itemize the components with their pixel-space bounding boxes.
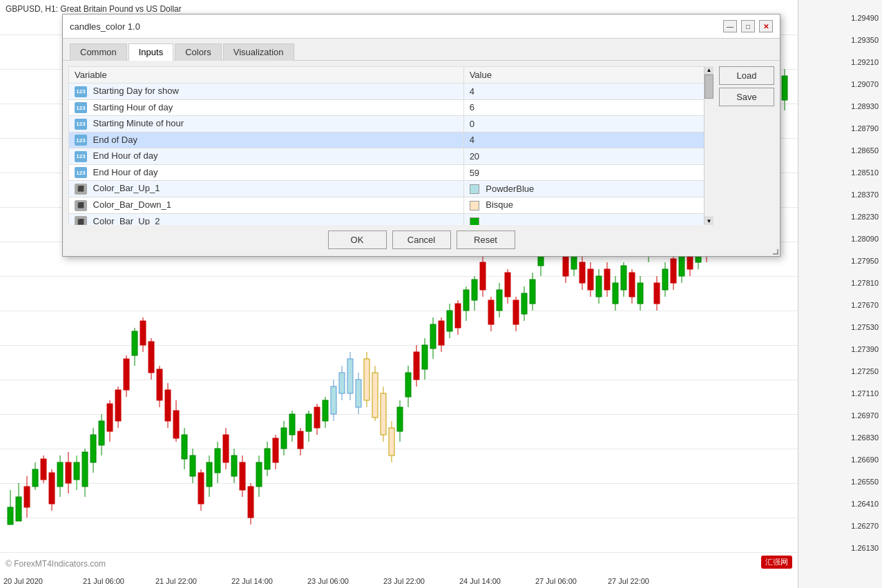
row-variable: 123 End Hour of day bbox=[69, 148, 464, 165]
row-value[interactable]: Bisque bbox=[463, 197, 713, 213]
table-row[interactable]: 123 End Hour of day 20 bbox=[69, 148, 713, 165]
row-value[interactable]: 4 bbox=[463, 132, 713, 148]
table-row[interactable]: ⬛ Color_Bar_Down_1 Bisque bbox=[69, 197, 713, 213]
tab-common[interactable]: Common bbox=[70, 43, 127, 61]
table-row-highlighted[interactable]: 123 End of Day 4 bbox=[69, 132, 713, 148]
table-row[interactable]: ⬛ Color_Bar_Up_2 bbox=[69, 213, 713, 225]
svg-rect-85 bbox=[356, 380, 361, 407]
price-21: 1.26690 bbox=[851, 455, 879, 464]
svg-rect-13 bbox=[57, 462, 63, 487]
svg-rect-31 bbox=[132, 331, 137, 355]
table-row[interactable]: 123 End Hour of day 59 bbox=[69, 164, 713, 181]
svg-rect-49 bbox=[207, 462, 212, 487]
svg-rect-63 bbox=[265, 449, 270, 469]
scroll-up-button[interactable]: ▲ bbox=[704, 66, 713, 75]
svg-rect-25 bbox=[107, 404, 113, 431]
svg-rect-97 bbox=[405, 373, 411, 397]
cancel-button[interactable]: Cancel bbox=[392, 231, 451, 249]
tab-visualization[interactable]: Visualization bbox=[223, 43, 294, 61]
type-icon-123: 123 bbox=[75, 167, 87, 178]
tab-inputs[interactable]: Inputs bbox=[128, 43, 173, 61]
svg-rect-71 bbox=[298, 431, 303, 449]
col-variable: Variable bbox=[69, 67, 464, 84]
row-value[interactable]: 6 bbox=[463, 99, 713, 116]
table-row[interactable]: 123 Starting Day for show 4 bbox=[69, 84, 713, 100]
scrollbar[interactable]: ▲ ▼ bbox=[704, 66, 713, 225]
svg-rect-123 bbox=[513, 300, 519, 324]
svg-rect-147 bbox=[613, 283, 618, 304]
price-17: 1.27250 bbox=[851, 367, 879, 375]
row-value[interactable]: PowderBlue bbox=[463, 181, 713, 197]
row-value[interactable]: 59 bbox=[463, 164, 713, 181]
row-value[interactable]: 0 bbox=[463, 116, 713, 133]
row-variable: 123 Starting Day for show bbox=[69, 84, 464, 100]
row-variable: 123 End of Day bbox=[69, 132, 464, 148]
price-9: 1.28370 bbox=[851, 190, 879, 199]
save-button[interactable]: Save bbox=[719, 88, 774, 106]
table-row[interactable]: 123 Starting Minute of hour 0 bbox=[69, 116, 713, 133]
table-row[interactable]: 123 Starting Hour of day 6 bbox=[69, 99, 713, 116]
svg-rect-119 bbox=[497, 290, 502, 311]
svg-rect-29 bbox=[124, 359, 129, 390]
ok-button[interactable]: OK bbox=[328, 231, 387, 249]
table-container: Variable Value 123 Starting Day for show… bbox=[68, 66, 713, 225]
type-icon-123: 123 bbox=[75, 135, 87, 146]
reset-button[interactable]: Reset bbox=[457, 231, 515, 249]
svg-rect-109 bbox=[455, 304, 461, 328]
row-value[interactable]: 20 bbox=[463, 148, 713, 165]
svg-rect-89 bbox=[372, 373, 378, 418]
price-axis: 1.29490 1.29350 1.29210 1.29070 1.28930 … bbox=[798, 0, 882, 588]
svg-rect-93 bbox=[389, 428, 394, 455]
table-row[interactable]: ⬛ Color_Bar_Up_1 PowderBlue bbox=[69, 181, 713, 197]
variable-table: Variable Value 123 Starting Day for show… bbox=[68, 66, 713, 225]
svg-rect-65 bbox=[273, 438, 278, 462]
chart-title: GBPUSD, H1: Great Britain Pound vs US Do… bbox=[6, 4, 182, 14]
price-11: 1.28090 bbox=[851, 235, 879, 243]
price-25: 1.26130 bbox=[851, 544, 879, 552]
resize-icon bbox=[771, 248, 780, 256]
row-variable: 123 End Hour of day bbox=[69, 164, 464, 181]
svg-rect-11 bbox=[49, 473, 55, 504]
price-2: 1.29350 bbox=[851, 36, 879, 44]
minimize-button[interactable]: — bbox=[723, 20, 737, 32]
color-swatch bbox=[470, 201, 479, 210]
scroll-down-button[interactable]: ▼ bbox=[704, 217, 713, 225]
svg-rect-117 bbox=[488, 300, 494, 324]
scroll-thumb[interactable] bbox=[704, 75, 713, 99]
row-value[interactable]: 4 bbox=[463, 84, 713, 100]
svg-rect-27 bbox=[115, 390, 121, 421]
svg-rect-179 bbox=[782, 76, 787, 100]
svg-rect-23 bbox=[99, 421, 104, 445]
price-7: 1.28650 bbox=[851, 146, 879, 155]
time-label-4: 22 Jul 14:00 bbox=[231, 577, 273, 585]
svg-rect-125 bbox=[521, 293, 527, 314]
svg-rect-53 bbox=[223, 435, 229, 462]
price-4: 1.29070 bbox=[851, 80, 879, 88]
svg-rect-1 bbox=[8, 507, 13, 525]
close-button[interactable]: ✕ bbox=[759, 20, 773, 32]
type-icon-color: ⬛ bbox=[75, 216, 87, 225]
time-label-2: 21 Jul 06:00 bbox=[83, 577, 124, 585]
dialog-controls: — □ ✕ bbox=[723, 20, 773, 32]
svg-rect-47 bbox=[198, 473, 204, 504]
watermark: © ForexMT4Indicators.com bbox=[6, 559, 106, 569]
row-value[interactable] bbox=[463, 213, 713, 225]
tab-colors[interactable]: Colors bbox=[175, 43, 222, 61]
svg-rect-55 bbox=[231, 455, 237, 476]
price-15: 1.27530 bbox=[851, 323, 879, 331]
svg-rect-35 bbox=[148, 342, 154, 373]
svg-rect-87 bbox=[364, 359, 370, 400]
price-16: 1.27390 bbox=[851, 345, 879, 353]
svg-rect-99 bbox=[414, 352, 419, 380]
time-label-8: 27 Jul 06:00 bbox=[535, 577, 577, 585]
svg-rect-19 bbox=[82, 452, 88, 487]
svg-rect-79 bbox=[331, 386, 336, 414]
row-variable: ⬛ Color_Bar_Up_2 bbox=[69, 213, 464, 225]
type-icon-123: 123 bbox=[75, 151, 87, 162]
row-variable: 123 Starting Hour of day bbox=[69, 99, 464, 116]
svg-rect-3 bbox=[16, 497, 21, 521]
load-button[interactable]: Load bbox=[719, 66, 774, 85]
price-8: 1.28510 bbox=[851, 168, 879, 177]
resize-handle[interactable] bbox=[771, 248, 780, 256]
maximize-button[interactable]: □ bbox=[741, 20, 755, 32]
